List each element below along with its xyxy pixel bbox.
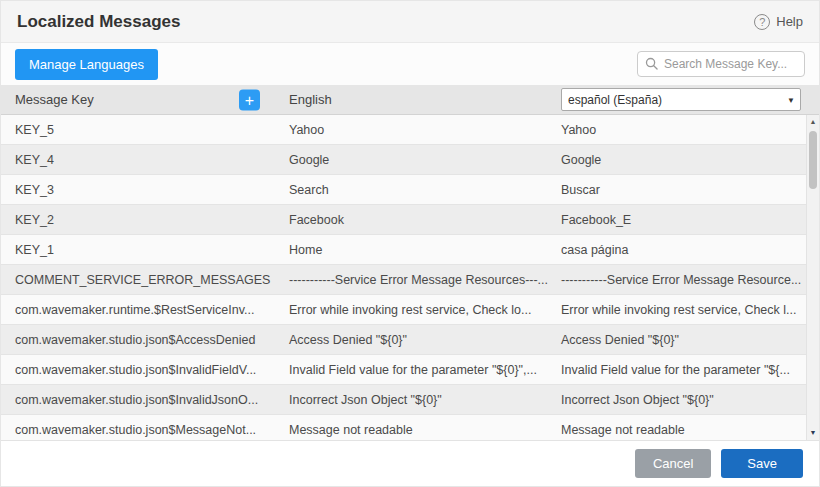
cell-message-key: KEY_1 [1,243,275,257]
cell-translation: Buscar [549,183,819,197]
cell-message-key: com.wavemaker.studio.json$InvalidJsonO..… [1,393,275,407]
cell-message-key: KEY_3 [1,183,275,197]
save-button[interactable]: Save [721,449,803,478]
cell-translation: Google [549,153,819,167]
cell-translation: -----------Service Error Message Resourc… [549,273,819,287]
cell-english: Access Denied "${0}" [275,333,549,347]
footer: Cancel Save [1,440,819,486]
cell-message-key: KEY_5 [1,123,275,137]
cell-message-key: COMMENT_SERVICE_ERROR_MESSAGES [1,273,275,287]
cell-translation: Facebook_E [549,213,819,227]
table-row[interactable]: KEY_2 Facebook Facebook_E [1,205,819,235]
table-body: KEY_5 Yahoo Yahoo KEY_4 Google Google KE… [1,115,819,440]
toolbar: Manage Languages [1,43,819,85]
cell-message-key: KEY_2 [1,213,275,227]
cell-english: Search [275,183,549,197]
cell-translation: casa página [549,243,819,257]
language-select[interactable]: español (España) [561,88,801,111]
table-header: Message Key + English español (España) ▼ [1,85,819,115]
scrollbar-thumb[interactable] [809,131,817,189]
cell-english: Google [275,153,549,167]
cell-english: Yahoo [275,123,549,137]
table-row[interactable]: KEY_5 Yahoo Yahoo [1,115,819,145]
table-row[interactable]: com.wavemaker.studio.json$InvalidFieldV.… [1,355,819,385]
cell-translation: Message not readable [549,423,819,437]
cell-translation: Yahoo [549,123,819,137]
cell-translation: Incorrect Json Object "${0}" [549,393,819,407]
cell-english: Home [275,243,549,257]
cell-message-key: com.wavemaker.studio.json$MessageNot... [1,423,275,437]
cell-english: Facebook [275,213,549,227]
localized-messages-panel: Localized Messages ? Help Manage Languag… [0,0,820,487]
column-header-language: español (España) ▼ [549,88,819,111]
search-wrap [637,51,805,77]
cell-english: Incorrect Json Object "${0}" [275,393,549,407]
add-message-key-button[interactable]: + [239,89,260,110]
column-header-message-key: Message Key + [1,92,275,107]
help-button[interactable]: ? Help [754,14,803,30]
column-header-english-label: English [289,92,332,107]
cell-english: -----------Service Error Message Resourc… [275,273,549,287]
cell-english: Error while invoking rest service, Check… [275,303,549,317]
scroll-up-arrow[interactable]: ▲ [807,115,819,129]
cell-translation: Error while invoking rest service, Check… [549,303,819,317]
cell-translation: Invalid Field value for the parameter "$… [549,363,819,377]
vertical-scrollbar[interactable]: ▲ ▼ [806,115,819,440]
table-row[interactable]: com.wavemaker.studio.json$MessageNot... … [1,415,819,440]
cell-message-key: KEY_4 [1,153,275,167]
table-row[interactable]: KEY_3 Search Buscar [1,175,819,205]
table-row[interactable]: KEY_1 Home casa página [1,235,819,265]
table-row[interactable]: COMMENT_SERVICE_ERROR_MESSAGES ---------… [1,265,819,295]
table-row[interactable]: KEY_4 Google Google [1,145,819,175]
table-row[interactable]: com.wavemaker.runtime.$RestServiceInv...… [1,295,819,325]
cell-english: Message not readable [275,423,549,437]
cancel-button[interactable]: Cancel [635,449,711,478]
language-select-wrap: español (España) ▼ [561,88,801,111]
table-row[interactable]: com.wavemaker.studio.json$InvalidJsonO..… [1,385,819,415]
help-label: Help [776,14,803,29]
titlebar: Localized Messages ? Help [1,1,819,43]
manage-languages-button[interactable]: Manage Languages [15,49,158,80]
scroll-down-arrow[interactable]: ▼ [807,426,819,440]
cell-message-key: com.wavemaker.runtime.$RestServiceInv... [1,303,275,317]
plus-icon: + [245,91,254,108]
help-icon: ? [754,14,770,30]
cell-translation: Access Denied "${0}" [549,333,819,347]
cell-english: Invalid Field value for the parameter "$… [275,363,549,377]
column-header-message-key-label: Message Key [15,92,94,107]
cell-message-key: com.wavemaker.studio.json$InvalidFieldV.… [1,363,275,377]
table-row[interactable]: com.wavemaker.studio.json$AccessDenied A… [1,325,819,355]
cell-message-key: com.wavemaker.studio.json$AccessDenied [1,333,275,347]
search-input[interactable] [637,51,805,77]
page-title: Localized Messages [17,12,180,32]
column-header-english: English [275,92,549,107]
